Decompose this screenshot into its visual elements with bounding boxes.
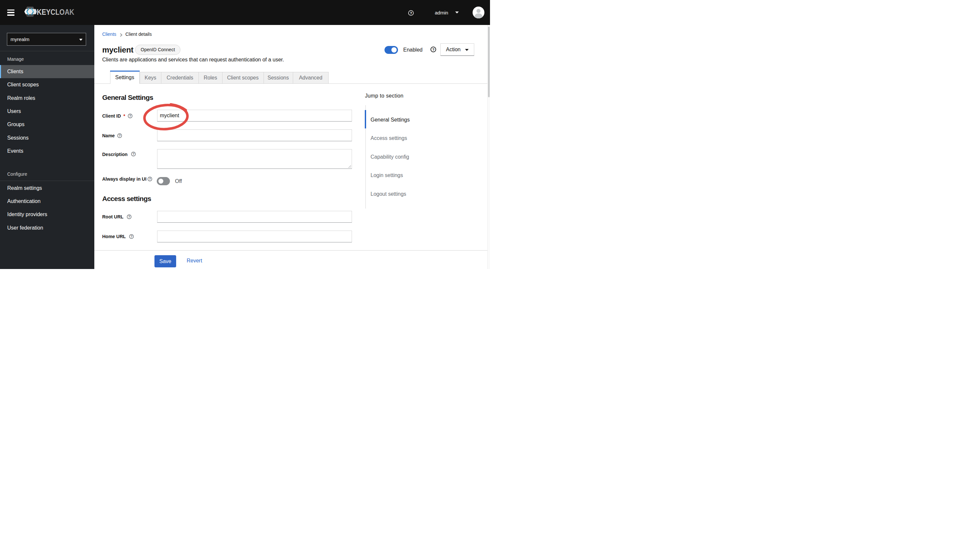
svg-text:?: ? (119, 134, 121, 137)
svg-text:?: ? (410, 11, 412, 15)
svg-text:?: ? (130, 235, 132, 238)
svg-text:KEYCLOAK: KEYCLOAK (37, 8, 75, 16)
svg-text:?: ? (132, 152, 134, 156)
svg-text:?: ? (149, 177, 151, 181)
svg-text:?: ? (432, 47, 434, 51)
svg-text:?: ? (128, 215, 130, 218)
svg-text:?: ? (129, 114, 131, 117)
